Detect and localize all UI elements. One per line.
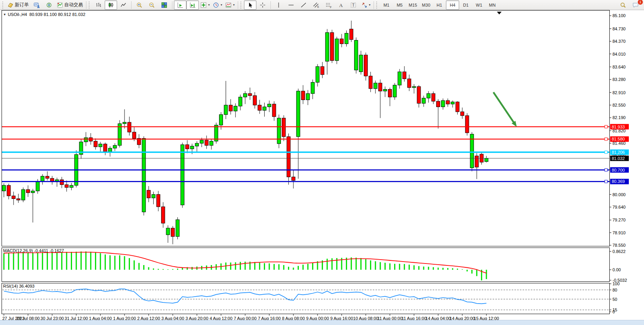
candle — [277, 118, 281, 144]
candle — [359, 55, 363, 72]
tile-windows-icon — [161, 2, 167, 8]
tile-windows-button[interactable] — [158, 0, 170, 10]
toolbar-grip[interactable] — [376, 2, 378, 9]
candle — [205, 140, 208, 146]
text-label-tool-button[interactable]: T — [347, 0, 360, 10]
candlestick-mode-button[interactable] — [105, 0, 117, 10]
toolbar-grip[interactable] — [2, 2, 4, 9]
candle — [113, 146, 117, 148]
candle — [128, 122, 131, 132]
macd-panel — [2, 248, 610, 282]
notification-count-badge: 1 — [637, 0, 643, 5]
candle — [60, 180, 63, 185]
community-button[interactable] — [43, 0, 55, 10]
equidistant-channel-tool-button[interactable]: E — [310, 0, 322, 10]
candlestick-icon — [108, 2, 114, 8]
candle — [147, 190, 151, 198]
timeframe-w1-button[interactable]: W1 — [472, 0, 486, 10]
chart-window[interactable]: 85.10084.73084.37084.01083.64083.28082.9… — [0, 10, 644, 325]
price-axis-tick: 84.730 — [612, 26, 626, 31]
candle — [161, 207, 165, 223]
candle — [427, 93, 430, 98]
timeframe-h4-button[interactable]: H4 — [446, 0, 459, 10]
svg-text:81.580: 81.580 — [612, 137, 625, 141]
timeframe-m1-button[interactable]: M1 — [380, 0, 393, 10]
candle — [219, 114, 223, 125]
chevron-down-icon: ▾ — [221, 3, 222, 7]
zoom-in-icon — [136, 2, 142, 8]
candle — [142, 139, 146, 212]
candle — [412, 86, 416, 88]
candle — [229, 105, 232, 111]
timeframe-m15-button[interactable]: M15 — [406, 0, 419, 10]
candle — [475, 156, 479, 167]
candle — [432, 93, 435, 101]
candle — [258, 105, 261, 111]
notifications-button[interactable]: 1 — [629, 0, 642, 10]
svg-text:81.206: 81.206 — [612, 150, 625, 155]
candle — [456, 102, 459, 112]
candle — [417, 86, 421, 103]
price-axis-tick: 78.550 — [612, 243, 626, 248]
trendline-tool-button[interactable] — [297, 0, 310, 10]
chart-canvas[interactable]: 85.10084.73084.37084.01083.64083.28082.9… — [0, 10, 644, 325]
line-chart-mode-button[interactable] — [117, 0, 130, 10]
search-button[interactable] — [617, 0, 629, 10]
timeframe-m5-button[interactable]: M5 — [393, 0, 406, 10]
price-axis-tick: 78.910 — [612, 230, 626, 235]
svg-text:80.369: 80.369 — [612, 179, 625, 184]
macd-axis-tick: 0.8622 — [612, 249, 626, 254]
candle — [485, 158, 488, 162]
candle — [152, 195, 155, 198]
candle — [340, 39, 344, 44]
chart-shift-button[interactable] — [186, 0, 199, 10]
bar-chart-mode-button[interactable] — [92, 0, 105, 10]
candle — [176, 220, 179, 236]
candle — [46, 176, 49, 178]
periods-button[interactable]: ▾ — [211, 0, 224, 10]
candle — [181, 145, 184, 205]
timeframe-m30-button[interactable]: M30 — [419, 0, 433, 10]
horizontal-line-tool-button[interactable] — [285, 0, 297, 10]
auto-trading-button[interactable]: 自动交易 — [55, 0, 84, 10]
candle — [224, 105, 228, 114]
candle — [441, 100, 445, 107]
toolbar-grip[interactable] — [240, 2, 242, 9]
indicators-button[interactable]: ▾ — [199, 0, 211, 10]
candle — [446, 100, 449, 104]
text-tool-button[interactable]: A — [335, 0, 347, 10]
new-order-button[interactable]: 新订单 — [6, 0, 30, 10]
timeframe-mn-button[interactable]: MN — [486, 0, 499, 10]
candle — [369, 76, 372, 88]
crosshair-icon — [260, 2, 266, 8]
templates-button[interactable]: ▾ — [224, 0, 236, 10]
timeframe-h1-button[interactable]: H1 — [433, 0, 446, 10]
template-icon — [225, 2, 232, 8]
zoom-out-button[interactable] — [146, 0, 158, 10]
candle — [166, 228, 170, 235]
zoom-in-button[interactable] — [133, 0, 146, 10]
timeframe-d1-button[interactable]: D1 — [459, 0, 472, 10]
charts-window-button[interactable] — [30, 0, 43, 10]
cursor-tool-button[interactable] — [244, 0, 256, 10]
candle — [325, 33, 329, 61]
arrows-tool-button[interactable]: ▾ — [360, 0, 372, 10]
bar-chart-icon — [95, 2, 102, 8]
candle — [244, 93, 247, 97]
add-indicator-icon — [200, 2, 207, 8]
chevron-down-icon: ▾ — [369, 3, 370, 7]
candle — [36, 181, 39, 191]
toolbar-separator — [238, 1, 238, 9]
vertical-line-tool-button[interactable] — [272, 0, 285, 10]
candle — [393, 85, 397, 97]
auto-scroll-icon — [177, 2, 183, 8]
auto-trading-label: 自动交易 — [64, 2, 83, 8]
svg-text:80.700: 80.700 — [612, 168, 625, 172]
candle — [200, 140, 204, 143]
text-icon: A — [338, 2, 344, 8]
crosshair-tool-button[interactable] — [256, 0, 269, 10]
candle — [2, 185, 6, 191]
toolbar-grip[interactable] — [89, 2, 91, 9]
auto-scroll-button[interactable] — [174, 0, 186, 10]
fibonacci-tool-button[interactable]: F — [322, 0, 335, 10]
